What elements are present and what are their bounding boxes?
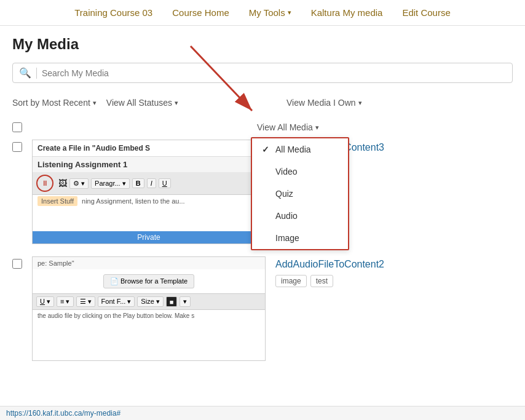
- search-bar: 🔍: [12, 63, 513, 83]
- search-divider: [36, 68, 37, 79]
- media-item2-checkbox[interactable]: [12, 259, 22, 269]
- dropdown-item-image[interactable]: ✓ Image: [252, 227, 348, 249]
- thumb2-text: the audio file by clicking on the Play b…: [33, 310, 265, 322]
- view-all-media-chevron-icon: ▾: [315, 124, 319, 132]
- view-i-own-label: View Media I Own: [286, 98, 356, 108]
- image-insert-icon: 🖼: [58, 178, 67, 188]
- thumb1-toolbar: ⏸ 🖼 ⚙ ▾ Paragr... ▾ B I U: [33, 172, 265, 195]
- nav-my-tools[interactable]: My Tools ▾: [249, 7, 291, 18]
- view-media-dropdown-container: View All Media ▾ ✓ All Media ✓ Video ✓ Q…: [257, 120, 319, 135]
- thumb1-text: Insert Stuff ning Assignment, listen to …: [33, 195, 265, 207]
- tag-test: test: [310, 275, 333, 287]
- thumb2-toolbar: U ▾ ≡ ▾ ☰ ▾ Font F... ▾ Size ▾ ■ ▾: [33, 293, 265, 310]
- view-all-media-button[interactable]: View All Media ▾: [257, 120, 319, 135]
- status-filter-label: View All Statuses: [106, 98, 172, 108]
- dropdown-item-image-label: Image: [275, 233, 299, 243]
- toolbar-underline-btn2[interactable]: U ▾: [36, 296, 54, 307]
- search-icon: 🔍: [19, 67, 31, 79]
- toolbar-list-btn[interactable]: ☰ ▾: [76, 296, 95, 307]
- dropdown-item-all-media-label: All Media: [275, 145, 311, 154]
- toolbar-font-btn[interactable]: Font F... ▾: [98, 296, 135, 307]
- thumb2-header: pe: Sample": [33, 257, 265, 269]
- view-i-own-button[interactable]: View Media I Own ▾: [286, 95, 362, 110]
- dropdown-item-audio-label: Audio: [275, 211, 298, 221]
- media-row-2: pe: Sample" 📄 Browse for a Template U ▾ …: [12, 256, 513, 361]
- dropdown-item-video-label: Video: [275, 167, 298, 176]
- browse-template-label: Browse for a Template: [120, 277, 188, 285]
- view-all-media-label: View All Media: [257, 122, 313, 132]
- status-filter-button[interactable]: View All Statuses ▾: [106, 95, 178, 110]
- thumb2-browse: 📄 Browse for a Template: [33, 269, 265, 293]
- thumb1-footer: Private: [33, 231, 265, 244]
- status-url: https://160.kaf.it.ubc.ca/my-media#: [6, 409, 120, 418]
- nav-course-home[interactable]: Course Home: [172, 7, 229, 18]
- page-title: My Media: [12, 36, 513, 53]
- media-title-2[interactable]: AddAudioFileToContent2: [275, 259, 513, 270]
- tag-image: image: [275, 275, 307, 287]
- toolbar-settings-btn[interactable]: ⚙ ▾: [69, 178, 89, 189]
- filter-row: Sort by Most Recent ▾ View All Statuses …: [12, 95, 513, 110]
- nav-training-course[interactable]: Training Course 03: [74, 7, 152, 18]
- toolbar-bold-btn[interactable]: B: [132, 178, 144, 188]
- nav-my-tools-label: My Tools: [249, 7, 285, 18]
- toolbar-underline-btn[interactable]: U: [159, 178, 171, 188]
- dropdown-item-audio[interactable]: ✓ Audio: [252, 205, 348, 227]
- sort-chevron-icon: ▾: [93, 99, 97, 107]
- browse-template-button[interactable]: 📄 Browse for a Template: [103, 274, 194, 288]
- sort-filter-label: Sort by Most Recent: [12, 98, 90, 108]
- media-thumbnail-2: pe: Sample" 📄 Browse for a Template U ▾ …: [32, 256, 266, 361]
- thumb1-header: Create a File in "Audio Embed S: [33, 140, 265, 157]
- toolbar-align-btn[interactable]: ≡ ▾: [57, 296, 73, 307]
- top-nav: Training Course 03 Course Home My Tools …: [0, 0, 525, 26]
- thumb1-subtitle: Listening Assignment 1: [33, 157, 265, 172]
- chevron-down-icon: ▾: [288, 9, 291, 17]
- toolbar-paragraph-btn[interactable]: Paragr... ▾: [91, 178, 130, 189]
- page-content: My Media 🔍 Sort by Most Recent ▾ View Al…: [0, 26, 525, 383]
- check-icon: ✓: [262, 145, 270, 154]
- view-i-own-chevron-icon: ▾: [358, 99, 362, 107]
- nav-kaltura[interactable]: Kaltura My media: [311, 7, 383, 18]
- status-bar: https://160.kaf.it.ubc.ca/my-media#: [0, 406, 525, 420]
- status-chevron-icon: ▾: [175, 99, 178, 107]
- dropdown-item-all-media[interactable]: ✓ All Media: [252, 138, 348, 160]
- dropdown-item-quiz-label: Quiz: [275, 189, 293, 199]
- search-input[interactable]: [42, 68, 506, 78]
- sort-filter-button[interactable]: Sort by Most Recent ▾: [12, 95, 97, 110]
- toolbar-color-btn[interactable]: ■: [166, 296, 178, 307]
- dropdown-item-quiz[interactable]: ✓ Quiz: [252, 183, 348, 205]
- insert-stuff-badge: Insert Stuff: [38, 196, 77, 206]
- media-thumbnail-1: Create a File in "Audio Embed S Listenin…: [32, 140, 266, 244]
- thumb2-header-text: pe: Sample": [38, 260, 74, 267]
- select-all-checkbox[interactable]: [12, 122, 22, 132]
- media-tags-2: image test: [275, 275, 513, 287]
- nav-edit-course[interactable]: Edit Course: [402, 7, 450, 18]
- media-type-dropdown-menu: ✓ All Media ✓ Video ✓ Quiz ✓ Audio ✓ I: [251, 137, 349, 250]
- dropdown-item-video[interactable]: ✓ Video: [252, 160, 348, 183]
- media-item1-checkbox[interactable]: [12, 142, 22, 152]
- toolbar-italic-btn[interactable]: I: [147, 178, 156, 188]
- toolbar-size-btn[interactable]: Size ▾: [137, 296, 163, 307]
- toolbar-extra-btn[interactable]: ▾: [180, 296, 191, 307]
- media-info-2: AddAudioFileToContent2 image test: [275, 256, 513, 287]
- play-pause-icon: ⏸: [36, 175, 53, 192]
